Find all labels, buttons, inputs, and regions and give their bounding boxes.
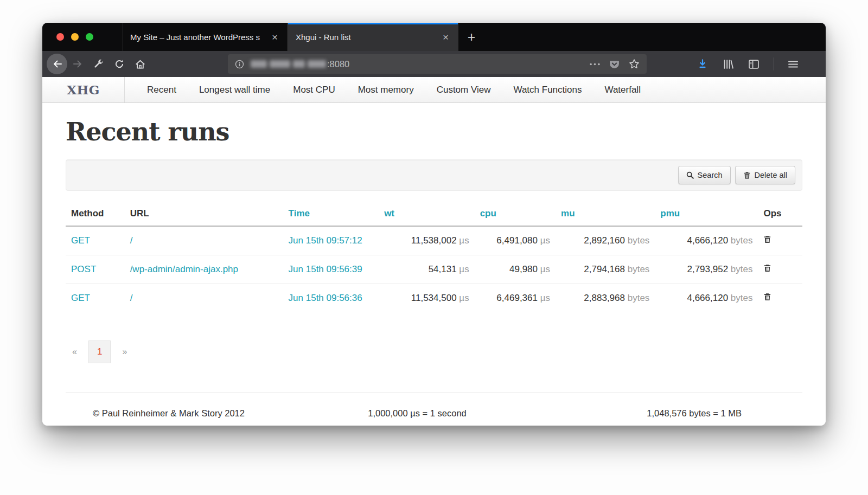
url-bar[interactable]: :8080: [228, 54, 647, 74]
metric-value: 2,794,168: [584, 264, 625, 274]
wrench-icon: [94, 59, 104, 69]
forward-arrow-icon: [73, 59, 84, 69]
metric-unit: µs: [540, 235, 550, 246]
pagination-page-1[interactable]: 1: [88, 340, 111, 363]
sidebar-toggle-button[interactable]: [744, 54, 763, 74]
run-url-link[interactable]: /: [130, 235, 133, 246]
metric-unit: bytes: [628, 264, 650, 274]
main-nav: RecentLongest wall timeMost CPUMost memo…: [125, 77, 652, 102]
footer-bytes-note: 1,048,576 bytes = 1 MB: [525, 408, 802, 419]
metric-unit: µs: [459, 293, 469, 303]
new-tab-button[interactable]: +: [458, 23, 484, 51]
browser-tab-my-site-just-another-wordpress-s[interactable]: My Site – Just another WordPress s×: [122, 23, 288, 51]
nav-item-custom-view[interactable]: Custom View: [425, 77, 502, 102]
browser-window: My Site – Just another WordPress s×Xhgui…: [42, 23, 826, 426]
metric-unit: bytes: [628, 235, 650, 246]
actions-bar: Search Delete all: [66, 159, 802, 191]
nav-item-recent[interactable]: Recent: [136, 77, 188, 102]
table-row: GET/Jun 15th 09:57:1211,538,002 µs6,491,…: [66, 226, 802, 255]
browser-toolbar: :8080: [42, 51, 826, 77]
menu-button[interactable]: [783, 54, 803, 74]
home-button[interactable]: [130, 54, 150, 74]
metric-value: 4,666,120: [687, 293, 728, 303]
run-time-link[interactable]: Jun 15th 09:56:39: [289, 264, 362, 274]
header-url: URL: [125, 202, 283, 226]
metric-unit: bytes: [731, 293, 753, 303]
delete-run-button[interactable]: [763, 263, 771, 273]
nav-item-most-memory[interactable]: Most memory: [347, 77, 425, 102]
toolbar-divider: [774, 57, 774, 70]
close-window-button[interactable]: [56, 33, 64, 41]
trash-icon: [743, 171, 751, 179]
nav-item-watch-functions[interactable]: Watch Functions: [502, 77, 593, 102]
page-content: XHG RecentLongest wall timeMost CPUMost …: [42, 77, 826, 426]
run-time-link[interactable]: Jun 15th 09:57:12: [289, 235, 362, 246]
header-wt-sort-link[interactable]: wt: [384, 208, 394, 218]
metric-value: 6,469,361: [496, 293, 538, 303]
runs-table: Method URL Time wt cpu mu pmu Ops GET/Ju…: [66, 202, 802, 312]
pagination-prev-button[interactable]: «: [72, 347, 77, 357]
developer-tools-button[interactable]: [89, 54, 108, 74]
nav-item-longest-wall-time[interactable]: Longest wall time: [188, 77, 282, 102]
nav-item-waterfall[interactable]: Waterfall: [593, 77, 652, 102]
delete-all-button[interactable]: Delete all: [735, 166, 795, 184]
browser-tab-xhgui-run-list[interactable]: Xhgui - Run list×: [288, 23, 458, 51]
minimize-window-button[interactable]: [71, 33, 79, 41]
site-footer: © Paul Reinheimer & Mark Story 2012 1,00…: [66, 393, 802, 419]
metric-value: 4,666,120: [687, 235, 728, 246]
pocket-icon[interactable]: [609, 59, 620, 69]
metric-value: 2,892,160: [584, 235, 625, 246]
search-button[interactable]: Search: [678, 166, 731, 184]
table-body: GET/Jun 15th 09:57:1211,538,002 µs6,491,…: [66, 226, 802, 312]
metric-value: 11,538,002: [411, 235, 457, 246]
metric-unit: bytes: [628, 293, 650, 303]
tab-title: Xhgui - Run list: [296, 33, 439, 42]
tab-close-icon[interactable]: ×: [268, 32, 282, 42]
search-button-label: Search: [698, 171, 723, 179]
header-mu-sort-link[interactable]: mu: [561, 208, 575, 218]
footer-copyright: © Paul Reinheimer & Mark Story 2012: [66, 408, 309, 419]
run-url-link[interactable]: /wp-admin/admin-ajax.php: [130, 264, 238, 274]
table-row: GET/Jun 15th 09:56:3611,534,500 µs6,469,…: [66, 284, 802, 313]
home-icon: [135, 59, 145, 69]
site-info-icon[interactable]: [235, 60, 244, 69]
reload-button[interactable]: [110, 54, 129, 74]
tab-close-icon[interactable]: ×: [439, 32, 452, 42]
back-arrow-icon: [52, 59, 62, 69]
metric-unit: µs: [540, 293, 550, 303]
page-title: Recent runs: [66, 117, 802, 146]
run-method-link[interactable]: GET: [71, 293, 90, 303]
url-port-text: :8080: [327, 59, 349, 69]
bookmark-star-icon[interactable]: [629, 59, 640, 69]
search-icon: [686, 171, 694, 179]
header-pmu-sort-link[interactable]: pmu: [660, 208, 680, 218]
download-icon: [698, 59, 707, 69]
nav-item-most-cpu[interactable]: Most CPU: [282, 77, 346, 102]
metric-unit: µs: [459, 235, 469, 246]
zoom-window-button[interactable]: [86, 33, 93, 41]
pagination-next-button[interactable]: »: [122, 347, 127, 357]
tab-title: My Site – Just another WordPress s: [130, 33, 268, 42]
back-button[interactable]: [47, 54, 67, 74]
header-cpu-sort-link[interactable]: cpu: [480, 208, 496, 218]
page-actions-icon[interactable]: [590, 63, 600, 66]
metric-unit: µs: [540, 264, 550, 274]
library-icon: [723, 60, 733, 69]
tab-strip: My Site – Just another WordPress s×Xhgui…: [122, 23, 458, 51]
metric-unit: bytes: [731, 235, 753, 246]
run-method-link[interactable]: POST: [71, 264, 96, 274]
run-time-link[interactable]: Jun 15th 09:56:36: [289, 293, 362, 303]
delete-run-button[interactable]: [763, 235, 771, 244]
header-time-sort-link[interactable]: Time: [289, 208, 310, 218]
sidebar-icon: [749, 60, 759, 69]
downloads-button[interactable]: [693, 54, 712, 74]
delete-run-button[interactable]: [763, 292, 771, 301]
brand-logo[interactable]: XHG: [42, 77, 125, 102]
library-button[interactable]: [718, 54, 738, 74]
run-url-link[interactable]: /: [130, 293, 133, 303]
forward-button[interactable]: [68, 54, 88, 74]
metric-value: 2,793,952: [687, 264, 728, 274]
pagination: « 1 »: [72, 340, 802, 363]
macos-window-controls: [42, 23, 122, 51]
run-method-link[interactable]: GET: [71, 235, 90, 246]
